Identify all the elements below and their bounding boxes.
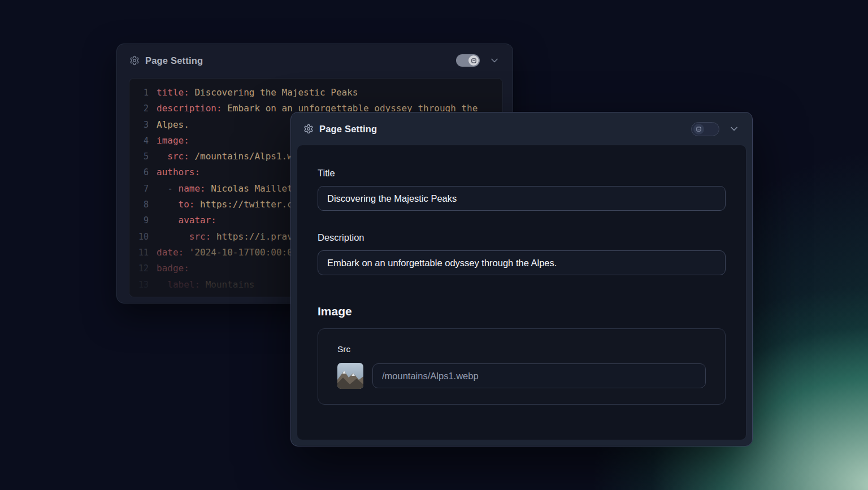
line-number: 9 bbox=[129, 213, 149, 228]
line-number: 6 bbox=[129, 164, 149, 180]
gear-icon bbox=[129, 55, 140, 66]
title-label: Title bbox=[318, 168, 726, 179]
chevron-down-icon[interactable] bbox=[728, 123, 740, 135]
line-number: 8 bbox=[129, 197, 149, 213]
chevron-down-icon[interactable] bbox=[489, 55, 500, 66]
description-input[interactable] bbox=[318, 250, 726, 275]
line-number: 2 bbox=[129, 101, 149, 116]
editor-view-icon bbox=[471, 58, 477, 64]
src-row bbox=[337, 363, 706, 389]
line-number: 13 bbox=[129, 277, 149, 293]
line-number: 3 bbox=[129, 117, 149, 133]
src-input[interactable] bbox=[372, 363, 706, 388]
toggle-knob bbox=[693, 124, 704, 135]
line-number: 12 bbox=[129, 261, 149, 276]
title-input[interactable] bbox=[318, 186, 726, 211]
toggle-knob bbox=[468, 55, 479, 66]
line-number: 4 bbox=[129, 133, 149, 149]
line-number: 5 bbox=[129, 149, 149, 164]
view-toggle[interactable] bbox=[691, 122, 719, 136]
code-line: 1title: Discovering the Majestic Peaks bbox=[129, 85, 502, 101]
form-panel-header: Page Setting bbox=[291, 112, 752, 145]
panel-title: Page Setting bbox=[145, 55, 203, 66]
description-field-group: Description bbox=[318, 232, 726, 275]
page-setting-form: Title Description Image Src bbox=[297, 145, 747, 440]
line-number: 7 bbox=[129, 181, 149, 197]
panel-title: Page Setting bbox=[319, 124, 377, 135]
image-card: Src bbox=[318, 328, 726, 405]
title-field-group: Title bbox=[318, 168, 726, 211]
line-number: 1 bbox=[129, 85, 149, 101]
editor-view-icon bbox=[696, 126, 702, 132]
mountain-thumbnail bbox=[337, 363, 363, 389]
page-setting-panel: Page Setting Title Description Image Src bbox=[290, 112, 753, 446]
src-label: Src bbox=[337, 344, 706, 354]
image-section-label: Image bbox=[318, 305, 726, 318]
code-panel-header: Page Setting bbox=[117, 44, 513, 77]
gear-icon bbox=[303, 124, 314, 134]
view-toggle[interactable] bbox=[456, 54, 480, 67]
line-number: 11 bbox=[129, 245, 149, 261]
line-number: 10 bbox=[129, 229, 149, 245]
description-label: Description bbox=[318, 232, 726, 243]
